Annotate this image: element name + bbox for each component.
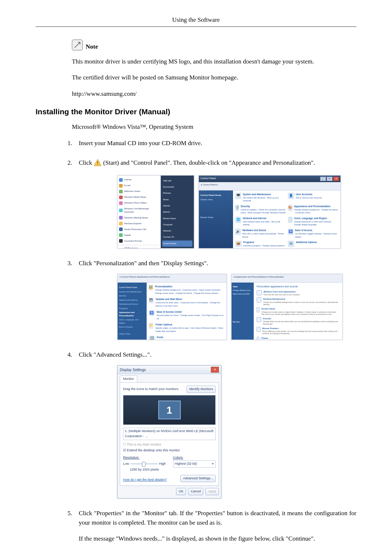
maximize-icon: ▭: [327, 177, 332, 181]
ease-center-icon: ♿: [149, 310, 155, 316]
programs-icon: 📦: [235, 241, 242, 247]
step-5-followup: If the message "Windows needs..." is dis…: [79, 534, 356, 543]
ap-side-pane: Control Panel Home System and Maintenanc…: [118, 283, 147, 340]
ok-button[interactable]: OK: [176, 488, 186, 495]
start-menu-screenshot: Internet E-mail Welcome Center Windows M…: [117, 175, 194, 249]
pers-content: Personalize appearance and sounds Window…: [254, 283, 342, 340]
monitor-1-icon[interactable]: 1: [158, 401, 181, 419]
help-link[interactable]: How do I get the best display?: [123, 477, 167, 483]
chk-main-monitor: ☐ This is my main monitor: [123, 442, 216, 447]
colors-select[interactable]: Highest (32 bit): [173, 460, 216, 468]
start-menu-left-pane: Internet E-mail Welcome Center Windows M…: [118, 176, 161, 248]
resolution-label: Resolution:: [123, 456, 139, 459]
svg-rect-1: [97, 164, 98, 165]
step-3: Click "Personalization" and then "Displa…: [74, 259, 356, 340]
os-line: Microsoft® Windows Vista™, Operating Sys…: [72, 123, 356, 131]
note-url: http://www.samsung.com/: [72, 89, 356, 99]
appearance-personalization-screenshot: ▸ Control Panel ▸ Appearance and Persona…: [117, 274, 227, 340]
minimize-icon: _: [320, 177, 326, 181]
step-5: Click "Properties" in the "Monitor" tab.…: [74, 509, 356, 544]
cp-side-pane: Control Panel Home Classic View Recent T…: [199, 190, 233, 249]
control-panel-screenshot: Control Panel _ ▭ ✕ ▸ Control Panel ▸ Co…: [199, 175, 341, 249]
step-2-text-a: Click: [79, 159, 94, 166]
note-icon: [72, 40, 83, 50]
step-2: Click (Start) and "Control Panel". Then,…: [74, 158, 356, 248]
svg-rect-0: [97, 161, 98, 164]
taskbar-icon: 🗔: [149, 297, 154, 303]
step3-screenshots: ▸ Control Panel ▸ Appearance and Persona…: [117, 274, 356, 340]
theme-icon: [257, 337, 259, 340]
cp-titlebar: Control Panel _ ▭ ✕: [199, 176, 340, 182]
ap-address-bar: ▸ Control Panel ▸ Appearance and Persona…: [118, 274, 226, 283]
section-heading: Installing the Monitor Driver (Manual): [36, 107, 356, 116]
personalization-screenshot: ▸ Appearance and Personalization ▸ Perso…: [231, 274, 343, 340]
personalization-icon: 🖼️: [149, 285, 153, 291]
note-paragraph-2: The certified driver will be posted on S…: [72, 73, 356, 82]
monitor-device-select[interactable]: 1. (Multiple Monitors) on NVIDIA GeForce…: [123, 428, 216, 440]
clock-icon: 🕒: [288, 217, 293, 223]
fonts-icon: 🔤: [149, 336, 155, 340]
resolution-value: 1280 by 1024 pixels: [123, 467, 166, 472]
note-paragraph-1: This monitor driver is under certifying …: [72, 57, 356, 66]
cp-categories: 🖥️System and MaintenanceGet started with…: [233, 190, 340, 249]
apply-button: Apply: [205, 488, 219, 495]
identify-monitors-button[interactable]: Identify Monitors: [187, 386, 216, 393]
display-settings-screenshot: Display Settings ✕ Monitor Drag the icon…: [117, 365, 356, 498]
pers-address-bar: ▸ Appearance and Personalization ▸ Perso…: [232, 274, 342, 283]
sounds-icon: [257, 317, 261, 322]
hardware-icon: 🔊: [235, 229, 241, 235]
network-icon: 🌐: [235, 217, 241, 223]
ds-drag-text: Drag the icons to match your monitors.: [123, 387, 179, 392]
system-icon: 🖥️: [235, 193, 241, 199]
additional-icon: ⚙️: [288, 241, 294, 247]
ap-category-list: 🖼️PersonalizationChange desktop backgrou…: [147, 283, 226, 340]
tab-monitor[interactable]: Monitor: [120, 376, 137, 382]
ease-icon: ♿: [288, 229, 294, 235]
start-warning-icon: [94, 159, 102, 169]
cp-address-bar: ▸ Control Panel ▸: [199, 182, 340, 190]
step-4: Click "Advanced Settings...". Display Se…: [74, 350, 356, 498]
note-heading: Note: [72, 40, 356, 50]
chk-extend-desktop[interactable]: ☑ Extend the desktop onto this monitor: [123, 448, 216, 453]
advanced-settings-button[interactable]: Advanced Settings...: [180, 475, 216, 482]
security-icon: 🛡️: [235, 205, 239, 211]
appearance-icon: 🎨: [288, 205, 293, 211]
colors-label: Colors:: [173, 456, 184, 459]
close-icon[interactable]: ✕: [211, 367, 219, 373]
desktop-bg-icon: [257, 297, 261, 303]
step-1: Insert your Manual CD into your CD-ROM d…: [74, 139, 356, 148]
pers-side-pane: Tasks Change desktop icons Adjust font s…: [232, 283, 254, 340]
mouse-pointers-icon: [257, 327, 261, 332]
running-header: Using the Software: [36, 16, 356, 27]
user-icon: 👤: [288, 193, 294, 199]
close-icon: ✕: [333, 177, 339, 181]
note-label: Note: [86, 43, 98, 50]
window-color-icon: [257, 290, 262, 295]
screen-saver-icon: [257, 307, 260, 312]
step2-screenshots: Internet E-mail Welcome Center Windows M…: [117, 175, 356, 249]
step-2-text-b: (Start) and "Control Panel". Then, doubl…: [103, 159, 315, 166]
ds-window-title: Display Settings: [120, 367, 146, 373]
resolution-slider[interactable]: Low High: [123, 461, 166, 467]
cancel-button[interactable]: Cancel: [188, 488, 203, 495]
start-menu-right-pane: wille sell Documents Pictures Music Game…: [161, 176, 194, 248]
folder-options-icon: 📁: [149, 323, 153, 329]
monitor-preview[interactable]: 1: [123, 395, 216, 425]
